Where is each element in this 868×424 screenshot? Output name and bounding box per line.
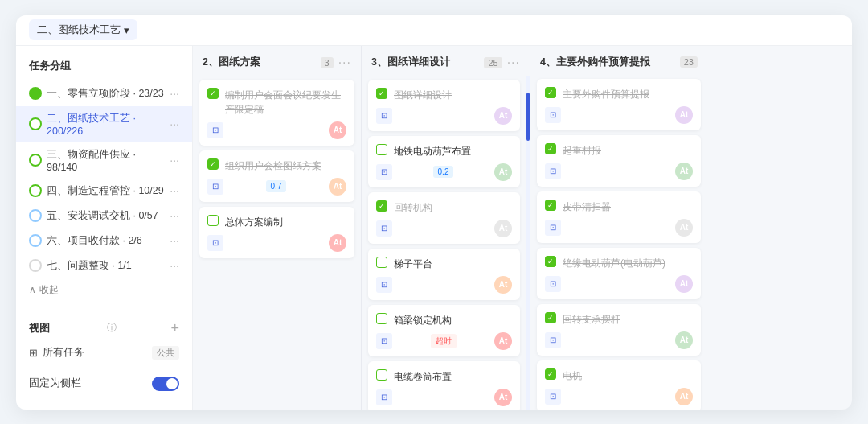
card-title: 绝缘电动葫芦(电动葫芦) [563,256,665,270]
card-d4[interactable]: 梯子平台 ⊡ At [368,249,520,300]
check-icon: ✓ [545,87,556,98]
more-icon[interactable]: ··· [170,184,179,197]
sidebar-item-label: 三、物资配件供应 · 98/140 [47,148,165,173]
collapse-row[interactable]: ∧ 收起 [16,278,192,302]
more-icon[interactable]: ··· [170,154,179,167]
card-c1[interactable]: ✓ 编制用户会面会议纪要发生产限定稿 ⊡ At [199,80,354,146]
card-e5[interactable]: ✓ 回转支承摆杆 ⊡ At [537,304,701,356]
card-footer: ⊡ At [545,275,693,293]
card-d6[interactable]: 电缆卷筒布置 ⊡ At [368,361,520,410]
more-icon[interactable]: ··· [170,209,179,222]
sidebar-item-phase2[interactable]: 二、图纸技术工艺 · 200/226 ··· [16,106,192,142]
avatar: At [675,219,693,237]
card-e4[interactable]: ✓ 绝缘电动葫芦(电动葫芦) ⊡ At [537,248,701,299]
progress-minimal-icon [29,259,42,272]
card-e3[interactable]: ✓ 皮带清扫器 ⊡ At [537,191,701,243]
card-title: 图纸详细设计 [394,88,452,102]
more-icon[interactable]: ··· [170,234,179,247]
attach-icon: ⊡ [207,179,223,195]
card-header-row: ✓ 起重村报 [545,143,693,163]
attach-icon: ⊡ [545,389,561,405]
card-e2[interactable]: ✓ 起重村报 ⊡ At [537,135,701,187]
main-layout: 任务分组 一、零售立项阶段 · 23/23 ··· 二、图纸技术工艺 · 200… [16,46,852,410]
pin-toggle[interactable] [152,377,179,391]
card-footer: ⊡ At [376,276,512,294]
check-icon: ✓ [545,368,556,380]
card-title: 总体方案编制 [225,215,283,229]
card-header-row: 箱梁锁定机构 [376,313,512,332]
card-header-row: 总体方案编制 [207,215,346,234]
card-badge: 0.7 [266,180,287,192]
view-item-label: 所有任务 [43,346,147,360]
sidebar: 任务分组 一、零售立项阶段 · 23/23 ··· 二、图纸技术工艺 · 200… [16,46,193,410]
card-footer: ⊡ At [207,234,346,252]
view-item-all-tasks[interactable]: ⊞ 所有任务 公共 [29,342,179,364]
kanban-column-2: 2、图纸方案 3 ··· ✓ 编制用户会面会议纪要发生产限定稿 ⊡ At [193,46,362,410]
sidebar-item-phase5[interactable]: 五、安装调试交机 · 0/57 ··· [16,204,192,228]
card-title: 主要外购件预算提报 [563,87,649,101]
card-c2[interactable]: ✓ 组织用户会检图纸方案 ⊡ 0.7 At [199,150,354,202]
card-e1[interactable]: ✓ 主要外购件预算提报 ⊡ At [537,79,701,130]
card-d1[interactable]: ✓ 图纸详细设计 ⊡ At [368,80,520,131]
avatar: At [329,234,346,252]
card-d2[interactable]: 地铁电动葫芦布置 ⊡ 0.2 At [368,136,520,187]
card-c3[interactable]: 总体方案编制 ⊡ At [199,207,354,258]
avatar: At [675,275,693,293]
more-icon[interactable]: ··· [170,259,179,272]
card-badge: 0.2 [433,166,454,178]
check-icon [376,144,387,155]
scrollbar[interactable] [526,76,530,410]
attach-icon: ⊡ [545,276,561,292]
scroll-thumb[interactable] [526,93,530,141]
col-more-icon-2[interactable]: ··· [338,56,351,70]
card-e6[interactable]: ✓ 电机 ⊡ At [537,360,701,410]
avatar: At [329,178,346,196]
sidebar-item-phase4[interactable]: 四、制造过程管控 · 10/29 ··· [16,179,192,204]
card-title: 箱梁锁定机构 [394,313,452,327]
check-icon [376,369,387,381]
sidebar-item-label: 一、零售立项阶段 · 23/23 [47,87,165,101]
card-footer: ⊡ At [545,388,693,405]
more-icon[interactable]: ··· [170,117,179,130]
top-bar: 二、图纸技术工艺 ▾ [16,15,852,46]
grid-icon: ⊞ [29,347,38,359]
add-view-button[interactable]: + [170,321,179,335]
more-icon[interactable]: ··· [170,87,179,100]
sidebar-item-label: 六、项目收付款 · 2/6 [47,234,165,248]
avatar: At [494,389,512,406]
progress-partial-icon [29,154,42,167]
check-icon: ✓ [207,158,219,170]
breadcrumb-label: 二、图纸技术工艺 [37,23,121,37]
sidebar-item-label: 四、制造过程管控 · 10/29 [47,184,165,198]
check-icon [376,257,387,268]
card-footer: ⊡ 超时 At [376,332,512,350]
card-footer: ⊡ 0.7 At [207,178,346,196]
col-more-icon-3[interactable]: ··· [507,56,520,70]
col-count-2: 3 [321,57,334,68]
attach-icon: ⊡ [545,107,561,123]
view-section-title: 视图 [29,321,50,335]
progress-low-icon [29,209,42,222]
view-item-badge: 公共 [152,346,179,360]
progress-complete-icon [29,87,42,100]
card-d3[interactable]: ✓ 回转机构 ⊡ At [368,192,520,244]
attach-icon: ⊡ [545,332,561,348]
sidebar-item-phase6[interactable]: 六、项目收付款 · 2/6 ··· [16,228,192,253]
pin-label: 固定为侧栏 [29,377,81,390]
col-header-2: 2、图纸方案 3 ··· [193,46,361,76]
attach-icon: ⊡ [376,277,392,293]
progress-partial-icon [29,117,42,130]
check-icon [207,215,219,226]
card-footer: ⊡ At [545,163,693,180]
sidebar-item-phase3[interactable]: 三、物资配件供应 · 98/140 ··· [16,142,192,179]
sidebar-item-phase1[interactable]: 一、零售立项阶段 · 23/23 ··· [16,81,192,106]
info-icon: ⓘ [107,321,117,335]
chevron-down-icon: ▾ [124,24,129,36]
card-d5[interactable]: 箱梁锁定机构 ⊡ 超时 At [368,305,520,356]
kanban-cards-4: ✓ 主要外购件预算提报 ⊡ At ✓ 起重村报 [530,76,707,410]
col-header-4: 4、主要外购件预算提报 23 [530,46,707,76]
card-header-row: ✓ 主要外购件预算提报 [545,87,693,106]
sidebar-item-phase7[interactable]: 七、问题整改 · 1/1 ··· [16,253,192,278]
breadcrumb-tab[interactable]: 二、图纸技术工艺 ▾ [29,19,137,40]
card-header-row: ✓ 回转支承摆杆 [545,312,693,331]
